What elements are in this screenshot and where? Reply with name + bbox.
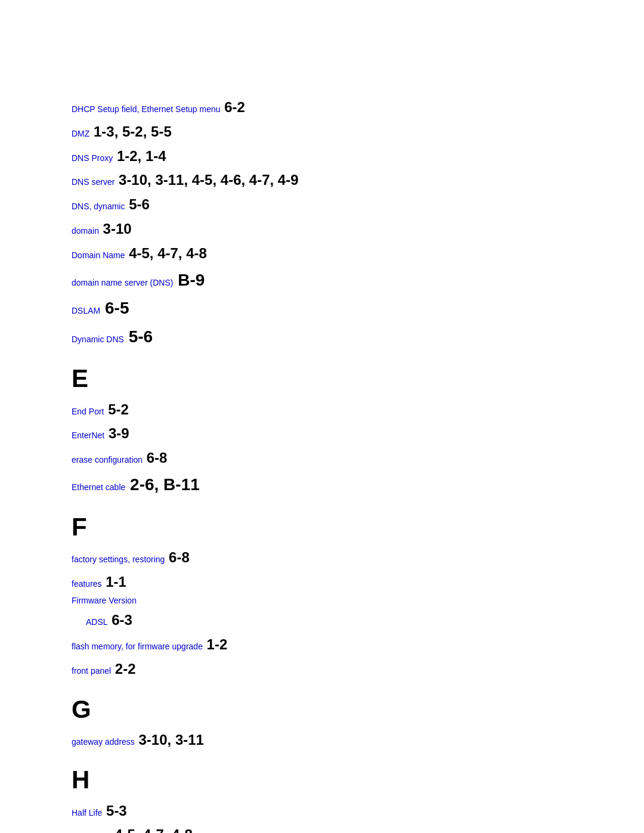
index-entry[interactable]: ADSL 6-3 xyxy=(72,608,572,633)
entry-term: DSLAM xyxy=(72,306,100,315)
entry-pageref: 1-2, 1-4 xyxy=(113,148,166,164)
entry-pageref: 6-8 xyxy=(143,450,167,466)
entry-pageref: 3-10, 3-11, 4-5, 4-6, 4-7, 4-9 xyxy=(114,172,298,188)
section-block: DHCP Setup field, Ethernet Setup menu 6-… xyxy=(72,95,572,351)
entry-term: EnterNet xyxy=(72,431,104,440)
section-letter-h: H xyxy=(72,766,572,794)
index-entry[interactable]: features 1-1 xyxy=(72,570,572,594)
index-entry[interactable]: Ethernet cable 2-6, B-11 xyxy=(72,470,572,499)
entry-term: features xyxy=(72,579,102,589)
index-entry[interactable]: gateway address 3-10, 3-11 xyxy=(72,728,572,753)
index-entry[interactable]: front panel 2-2 xyxy=(72,657,572,682)
index-entry[interactable]: End Port 5-2 xyxy=(72,398,572,422)
entry-pageref: 6-3 xyxy=(108,612,132,628)
index-entry[interactable]: EnterNet 3-9 xyxy=(72,422,572,446)
index-entry[interactable]: Firmware Version xyxy=(72,594,572,608)
index-entry[interactable]: Half Life 5-3 xyxy=(72,799,572,823)
index-entry[interactable]: domain 3-10 xyxy=(72,217,572,241)
entry-pageref: 6-5 xyxy=(100,299,129,317)
index-content: DHCP Setup field, Ethernet Setup menu 6-… xyxy=(72,95,572,833)
entry-pageref: 2-6, B-11 xyxy=(125,475,200,494)
entry-pageref: 4-5, 4-7, 4-8 xyxy=(110,826,192,833)
entry-pageref: 4-5, 4-7, 4-8 xyxy=(125,245,206,261)
index-entry[interactable]: DMZ 1-3, 5-2, 5-5 xyxy=(72,120,572,144)
index-entry[interactable]: DNS Proxy 1-2, 1-4 xyxy=(72,144,572,169)
entry-term: ADSL xyxy=(86,617,108,627)
entry-pageref: B-9 xyxy=(173,271,205,289)
section-block: Ffactory settings, restoring 6-8features… xyxy=(72,513,572,682)
entry-term: erase configuration xyxy=(72,455,143,465)
entry-pageref: 6-8 xyxy=(165,549,189,565)
entry-term: DNS Proxy xyxy=(72,153,113,163)
section-letter-e: E xyxy=(72,365,572,392)
entry-term: gateway address xyxy=(72,737,135,747)
index-entry[interactable]: factory settings, restoring 6-8 xyxy=(72,546,572,570)
entry-term: flash memory, for firmware upgrade xyxy=(72,642,203,651)
index-entry[interactable]: erase configuration 6-8 xyxy=(72,446,572,470)
entry-term: Ethernet cable xyxy=(72,482,125,492)
entry-pageref: 1-1 xyxy=(102,574,126,590)
index-entry[interactable]: DSLAM 6-5 xyxy=(72,294,572,323)
entry-pageref: 2-2 xyxy=(111,661,135,677)
index-entry[interactable]: flash memory, for firmware upgrade 1-2 xyxy=(72,633,572,657)
entry-pageref: 5-2 xyxy=(104,401,128,417)
section-block: HHalf Life 5-3host name 4-5, 4-7, 4-8 xyxy=(72,766,572,833)
index-entry[interactable]: DNS, dynamic 5-6 xyxy=(72,193,572,217)
section-letter-f: F xyxy=(72,513,572,541)
entry-term: Dynamic DNS xyxy=(72,335,124,344)
entry-term: End Port xyxy=(72,407,104,416)
index-entry[interactable]: domain name server (DNS) B-9 xyxy=(72,266,572,295)
index-entry[interactable]: host name 4-5, 4-7, 4-8 xyxy=(72,823,572,833)
entry-pageref: 1-2 xyxy=(203,636,227,652)
entry-term: front panel xyxy=(72,666,111,676)
entry-pageref: 6-2 xyxy=(221,99,245,115)
section-letter-g: G xyxy=(72,696,572,723)
entry-term: DNS server xyxy=(72,177,114,187)
entry-term: Domain Name xyxy=(72,250,125,260)
index-entry[interactable]: Dynamic DNS 5-6 xyxy=(72,323,572,351)
index-entry[interactable]: Domain Name 4-5, 4-7, 4-8 xyxy=(72,241,572,266)
entry-term: Half Life xyxy=(72,808,102,817)
entry-pageref: 3-10 xyxy=(99,221,132,237)
entry-pageref: 3-10, 3-11 xyxy=(135,732,204,748)
entry-term: DHCP Setup field, Ethernet Setup menu xyxy=(72,104,221,114)
entry-term: domain xyxy=(72,226,99,236)
entry-term: domain name server (DNS) xyxy=(72,278,173,287)
entry-term: factory settings, restoring xyxy=(72,555,165,564)
section-block: Ggateway address 3-10, 3-11 xyxy=(72,696,572,753)
index-entry[interactable]: DNS server 3-10, 3-11, 4-5, 4-6, 4-7, 4-… xyxy=(72,168,572,193)
index-entry[interactable]: DHCP Setup field, Ethernet Setup menu 6-… xyxy=(72,95,572,120)
entry-pageref: 5-6 xyxy=(124,327,153,346)
section-block: EEnd Port 5-2EnterNet 3-9erase configura… xyxy=(72,365,572,498)
entry-term: Firmware Version xyxy=(72,596,137,605)
entry-term: DMZ xyxy=(72,129,89,138)
entry-pageref: 5-3 xyxy=(102,803,126,819)
entry-pageref: 5-6 xyxy=(125,196,149,212)
entry-term: DNS, dynamic xyxy=(72,202,125,211)
entry-pageref: 1-3, 5-2, 5-5 xyxy=(89,123,171,140)
entry-pageref: 3-9 xyxy=(104,425,129,441)
